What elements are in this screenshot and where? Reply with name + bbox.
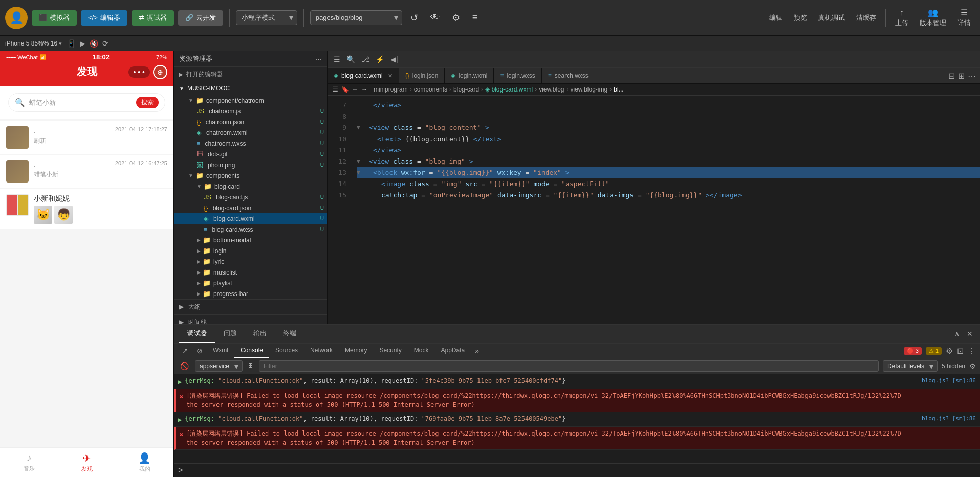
search-input[interactable] — [29, 99, 132, 106]
tab-output[interactable]: 输出 — [245, 325, 275, 343]
subtab-mock[interactable]: Mock — [408, 344, 435, 358]
tree-item-chatroom-wxml[interactable]: ◈ chatroom.wxml U — [174, 127, 327, 138]
tree-item-lyric[interactable]: ▶ 📁 lyric — [174, 256, 327, 267]
subtab-appdata[interactable]: AppData — [434, 344, 471, 358]
tree-item-chatroom-folder[interactable]: ▼ 📁 component/chatroom — [174, 95, 327, 106]
tree-item-playlist[interactable]: ▶ 📁 playlist — [174, 278, 327, 288]
realtest-button[interactable]: 真机调试 — [814, 11, 849, 25]
breadcrumb-view-blog[interactable]: view.blog — [539, 86, 564, 93]
tab-debugger[interactable]: 调试器 — [179, 325, 215, 343]
inspect-icon[interactable]: ↗ — [178, 344, 192, 358]
tab-issues[interactable]: 问题 — [215, 325, 245, 343]
tree-item-bottom-modal[interactable]: ▶ 📁 bottom-modal — [174, 235, 327, 245]
nav-item-profile[interactable]: 👤 我的 — [116, 448, 173, 477]
simulator-button[interactable]: ⬛ 模拟器 — [32, 10, 77, 26]
timeline-section[interactable]: ▶ 时间线 — [174, 314, 327, 324]
tree-item-dots-gif[interactable]: 🎞 dots.gif U — [174, 149, 327, 160]
tab-login-wxss[interactable]: ≡ login.wxss — [494, 68, 541, 83]
tree-item-chatroom-js[interactable]: JS chatroom.js U — [174, 106, 327, 117]
more-tabs-icon[interactable]: » — [471, 344, 483, 358]
version-button[interactable]: 👥 版本管理 — [916, 6, 950, 30]
cloud-button[interactable]: 🔗 云开发 — [178, 10, 223, 26]
minimize-icon[interactable]: ∧ — [952, 329, 962, 339]
hamburger-icon[interactable]: ☰ — [332, 53, 342, 65]
collapse-left-icon[interactable]: ◀| — [388, 53, 400, 65]
project-label[interactable]: ▼ MUSIC-IMOOC — [174, 82, 327, 95]
tab-blog-card-wxml[interactable]: ◈ blog-card.wxml ✕ — [328, 68, 399, 83]
debug-icon[interactable]: ⚡ — [374, 53, 386, 65]
tree-item-musiclist[interactable]: ▶ 📁 musiclist — [174, 267, 327, 278]
compile-button[interactable]: 编辑 — [765, 11, 787, 25]
tree-item-components-folder[interactable]: ▼ 📁 components — [174, 170, 327, 181]
rotate-icon[interactable]: ⟳ — [102, 39, 108, 48]
no-entry-icon[interactable]: ⊘ — [192, 344, 207, 358]
subtab-sources[interactable]: Sources — [269, 344, 304, 358]
list-item[interactable]: 小新和妮妮 🐱 👦 — [0, 189, 173, 229]
tab-login-json[interactable]: {} login.json — [399, 68, 445, 83]
search-icon[interactable]: 🔍 — [344, 53, 357, 65]
console-input[interactable] — [186, 467, 976, 474]
preview-button[interactable]: 预览 — [790, 11, 811, 25]
back-icon[interactable]: ← — [352, 86, 358, 93]
more-icon[interactable]: ⋯ — [968, 71, 976, 81]
refresh-button[interactable]: ↺ — [406, 10, 422, 26]
editor-button[interactable]: </> 编辑器 — [81, 10, 127, 26]
subtab-wxml[interactable]: Wxml — [207, 344, 234, 358]
tree-item-blog-card-json[interactable]: {} blog-card.json U — [174, 202, 327, 213]
search-button[interactable]: 搜索 — [136, 97, 159, 108]
outline-section[interactable]: ▶ 大纲 — [174, 299, 327, 314]
record-button[interactable]: ⊕ — [153, 65, 167, 79]
split-v-icon[interactable]: ⊞ — [958, 71, 965, 81]
tree-item-blog-card-folder[interactable]: ▼ 📁 blog-card — [174, 181, 327, 192]
layers-icon-button[interactable]: ≡ — [468, 10, 482, 25]
expand-icon[interactable]: ⊡ — [957, 346, 964, 356]
tree-item-blog-card-wxss[interactable]: ≡ blog-card.wxss U — [174, 224, 327, 235]
new-file-icon[interactable]: ⋯ — [315, 55, 322, 63]
entry-source[interactable]: blog.js? [sm]:86 — [922, 376, 976, 385]
gear-button[interactable]: ⚙ — [969, 362, 976, 370]
close-devtools-icon[interactable]: ✕ — [965, 329, 975, 339]
more-options-icon[interactable]: ⋮ — [968, 346, 976, 356]
mobile-icon[interactable]: 📱 — [67, 39, 76, 48]
avatar[interactable]: 👤 — [5, 7, 28, 29]
subtab-memory[interactable]: Memory — [339, 344, 373, 358]
breadcrumb-view-blog-img[interactable]: view.blog-img — [571, 86, 608, 93]
preview-icon-button[interactable]: 👁 — [426, 10, 444, 25]
tree-item-blog-card-js[interactable]: JS blog-card.js U — [174, 192, 327, 202]
forward-icon[interactable]: → — [361, 86, 367, 93]
split-icon[interactable]: ⊟ — [948, 71, 955, 81]
breadcrumb-wxml-file[interactable]: ◈ blog-card.wxml — [485, 86, 533, 93]
sound-icon[interactable]: 🔇 — [90, 39, 98, 48]
list-item[interactable]: . 2021-04-12 17:18:27 刷新 — [0, 121, 173, 154]
mode-selector[interactable]: 小程序模式 — [236, 10, 297, 25]
context-selector[interactable]: appservice — [195, 360, 243, 372]
close-tab-icon[interactable]: ✕ — [388, 73, 393, 79]
clear-console-button[interactable]: 🚫 — [178, 361, 191, 371]
dots-button[interactable]: • • • — [128, 66, 150, 78]
tree-item-blog-card-wxml[interactable]: ◈ blog-card.wxml U — [174, 213, 327, 224]
breadcrumb-components[interactable]: components — [414, 86, 447, 93]
tree-item-progress-bar[interactable]: ▶ 📁 progress-bar — [174, 288, 327, 299]
levels-selector[interactable]: Default levels — [883, 360, 938, 372]
tree-item-login[interactable]: ▶ 📁 login — [174, 245, 327, 256]
eye-icon[interactable]: 👁 — [247, 361, 255, 371]
debugger-button[interactable]: ⇄ 调试器 — [132, 10, 174, 26]
filter-input[interactable] — [259, 360, 879, 372]
breadcrumb-miniprogram[interactable]: miniprogram — [374, 86, 408, 93]
tree-item-chatroom-json[interactable]: {} chatroom.json U — [174, 117, 327, 127]
play-icon[interactable]: ▶ — [80, 39, 85, 48]
detail-button[interactable]: ☰ 详情 — [953, 6, 975, 30]
settings-icon[interactable]: ⚙ — [946, 346, 953, 356]
subtab-network[interactable]: Network — [304, 344, 339, 358]
settings-icon-button[interactable]: ⚙ — [448, 10, 464, 26]
hamburger-icon[interactable]: ☰ — [333, 86, 338, 93]
tab-login-wxml[interactable]: ◈ login.wxml — [445, 68, 494, 83]
subtab-security[interactable]: Security — [373, 344, 407, 358]
code-content[interactable]: </view> ▼ <view — [351, 96, 980, 324]
breadcrumb-blog-card[interactable]: blog-card — [453, 86, 479, 93]
bookmark-icon[interactable]: 🔖 — [341, 86, 349, 93]
upload-button[interactable]: ↑ 上传 — [891, 6, 912, 30]
open-editors-label[interactable]: ▶ 打开的编辑器 — [174, 67, 327, 82]
tree-item-chatroom-wxss[interactable]: ≡ chatroom.wxss U — [174, 138, 327, 149]
subtab-console[interactable]: Console — [234, 344, 269, 358]
